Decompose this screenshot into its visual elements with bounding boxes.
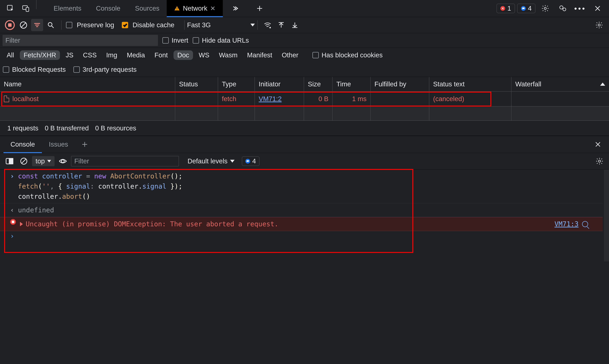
- third-party-option[interactable]: 3rd-party requests: [73, 66, 137, 73]
- error-source[interactable]: VM71:3: [555, 219, 588, 229]
- expand-icon[interactable]: [20, 222, 23, 226]
- type-css[interactable]: CSS: [79, 50, 100, 60]
- network-conditions-icon[interactable]: [261, 19, 274, 31]
- has-blocked-cookies-option[interactable]: Has blocked cookies: [312, 51, 383, 59]
- drawer-add-tab[interactable]: [75, 136, 94, 153]
- col-time[interactable]: Time: [333, 77, 371, 91]
- hide-data-urls-label: Hide data URLs: [202, 37, 249, 44]
- throttling-value: Fast 3G: [187, 21, 211, 29]
- col-name[interactable]: Name: [0, 77, 175, 91]
- sort-asc-icon: [600, 83, 605, 86]
- preserve-log-checkbox[interactable]: [66, 22, 72, 28]
- initiator-link[interactable]: VM71:2: [259, 95, 282, 103]
- log-levels-label: Default levels: [188, 157, 227, 165]
- throttling-select[interactable]: Fast 3G: [184, 20, 258, 30]
- clear-button[interactable]: [17, 19, 29, 31]
- col-waterfall[interactable]: Waterfall: [512, 77, 609, 91]
- magnifier-icon: [582, 221, 588, 227]
- type-ws[interactable]: WS: [195, 50, 213, 60]
- live-expression-button[interactable]: [57, 155, 69, 167]
- type-js[interactable]: JS: [62, 50, 77, 60]
- return-prompt-icon: ‹: [10, 205, 14, 215]
- drawer-tab-console[interactable]: Console: [3, 136, 42, 153]
- drawer-tab-issues[interactable]: Issues: [42, 136, 75, 153]
- network-table: Name Status Type Initiator Size Time Ful…: [0, 77, 609, 121]
- summary-transferred: 0 B transferred: [45, 124, 89, 132]
- svg-rect-3: [177, 8, 177, 9]
- more-tabs-button[interactable]: [227, 0, 243, 17]
- close-devtools-icon[interactable]: [590, 5, 605, 12]
- has-blocked-cookies-label: Has blocked cookies: [322, 51, 383, 59]
- download-har-icon[interactable]: [289, 19, 301, 31]
- invert-option[interactable]: Invert: [162, 37, 188, 44]
- type-manifest[interactable]: Manifest: [243, 50, 276, 60]
- third-party-checkbox[interactable]: [73, 66, 80, 73]
- tab-console[interactable]: Console: [89, 0, 128, 17]
- resource-type-filter: All Fetch/XHR JS CSS Img Media Font Doc …: [0, 48, 609, 63]
- console-filter-input[interactable]: [71, 156, 179, 166]
- add-tab-button[interactable]: [252, 0, 267, 17]
- console-sidebar-toggle[interactable]: [3, 155, 15, 167]
- network-settings-icon[interactable]: [593, 19, 605, 31]
- console-toolbar: top Default levels 4: [0, 153, 609, 169]
- settings-icon[interactable]: [538, 4, 553, 12]
- type-doc[interactable]: Doc: [174, 50, 193, 60]
- cell-fulfilled: [371, 91, 429, 106]
- type-all[interactable]: All: [3, 50, 18, 60]
- cell-size: 0 B: [304, 91, 333, 106]
- error-count-pill[interactable]: 1: [497, 4, 515, 13]
- has-blocked-cookies-checkbox[interactable]: [312, 52, 319, 58]
- type-fetch-xhr[interactable]: Fetch/XHR: [20, 50, 60, 60]
- inspect-element-icon[interactable]: [3, 0, 18, 17]
- col-size[interactable]: Size: [304, 77, 333, 91]
- context-selector[interactable]: top: [32, 156, 54, 166]
- tab-sources[interactable]: Sources: [128, 0, 167, 17]
- filter-input[interactable]: [2, 35, 158, 46]
- type-media[interactable]: Media: [123, 50, 149, 60]
- hide-data-urls-option[interactable]: Hide data URLs: [193, 37, 249, 44]
- log-levels-select[interactable]: Default levels: [188, 157, 234, 165]
- more-menu-icon[interactable]: •••: [572, 4, 588, 13]
- tab-label: Sources: [135, 5, 159, 12]
- console-error[interactable]: Uncaught (in promise) DOMException: The …: [0, 217, 603, 231]
- divider: [61, 20, 62, 30]
- disable-cache-checkbox[interactable]: [122, 22, 128, 28]
- type-font[interactable]: Font: [151, 50, 172, 60]
- upload-har-icon[interactable]: [275, 19, 287, 31]
- search-button[interactable]: [45, 19, 57, 31]
- col-status[interactable]: Status: [175, 77, 218, 91]
- type-other[interactable]: Other: [278, 50, 302, 60]
- col-type[interactable]: Type: [218, 77, 255, 91]
- console-output: › const controller = new AbortController…: [0, 169, 609, 261]
- filter-toggle[interactable]: [31, 19, 43, 31]
- tab-network[interactable]: Network ✕: [167, 0, 223, 17]
- hide-data-urls-checkbox[interactable]: [193, 37, 199, 44]
- col-statustext[interactable]: Status text: [429, 77, 512, 91]
- console-settings-icon[interactable]: [594, 155, 606, 167]
- type-wasm[interactable]: Wasm: [215, 50, 241, 60]
- feedback-icon[interactable]: [555, 4, 570, 12]
- record-button[interactable]: [4, 19, 16, 31]
- console-input-prompt[interactable]: ›: [0, 231, 603, 241]
- divider: [36, 0, 37, 9]
- cell-name: localhost: [0, 91, 175, 106]
- drawer-close-icon[interactable]: [590, 136, 606, 153]
- message-count-pill[interactable]: 4: [517, 4, 535, 13]
- table-row[interactable]: localhost fetch VM71:2 0 B 1 ms (cancele…: [0, 91, 609, 106]
- col-fulfilled[interactable]: Fulfilled by: [371, 77, 429, 91]
- issues-pill[interactable]: 4: [242, 156, 259, 166]
- blocked-requests-option[interactable]: Blocked Requests: [3, 66, 66, 73]
- network-toolbar: Preserve log Disable cache Fast 3G: [0, 17, 609, 33]
- type-img[interactable]: Img: [102, 50, 121, 60]
- code-line: controller.abort(): [18, 191, 182, 202]
- close-icon[interactable]: ✕: [210, 5, 216, 12]
- tab-elements[interactable]: Elements: [46, 0, 89, 17]
- col-initiator[interactable]: Initiator: [255, 77, 304, 91]
- svg-point-7: [563, 8, 566, 11]
- svg-rect-12: [9, 158, 13, 164]
- invert-checkbox[interactable]: [162, 37, 169, 44]
- blocked-requests-checkbox[interactable]: [3, 66, 9, 73]
- console-clear-button[interactable]: [18, 155, 30, 167]
- scrollbar[interactable]: [604, 169, 609, 261]
- device-toolbar-icon[interactable]: [18, 0, 33, 17]
